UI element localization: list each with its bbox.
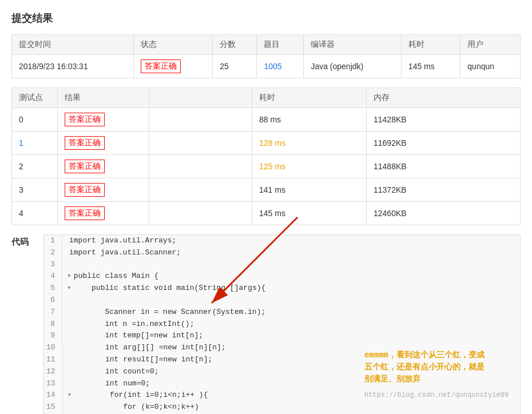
test-empty [149,108,252,132]
test-result: 答案正确 [58,202,149,225]
code-section: 代码 1 import java.util.Arrays;2 import ja… [11,234,521,414]
submission-header-row: 提交时间 状态 分数 题目 编译器 耗时 用户 [12,35,521,55]
code-line: 6 [44,294,520,306]
test-table: 测试点 结果 耗时 内存 0 答案正确 88 ms 11428KB 1 答案正确… [11,87,521,225]
line-number: 1 [44,235,62,247]
code-text: import java.util.Arrays; [69,235,176,247]
test-time: 88 ms [252,108,367,132]
test-col-empty [149,88,252,108]
col-score: 分数 [213,35,257,55]
code-line: 7 Scanner in = new Scanner(System.in); [44,306,520,319]
test-empty [149,155,252,178]
test-table-wrapper: 测试点 结果 耗时 内存 0 答案正确 88 ms 11428KB 1 答案正确… [11,87,521,225]
code-text: for (k=0;k<n;k++) [70,401,199,413]
code-text: int num=0; [70,378,150,390]
code-text: Scanner in = new Scanner(System.in); [69,306,265,319]
line-number: 12 [44,366,63,378]
code-text: for(int i=0;i<n;i++ ){ [74,389,208,401]
test-col-time: 耗时 [252,88,367,108]
submission-status: 答案正确 [133,55,213,78]
line-number: 13 [44,378,63,390]
code-text: public static void main(String []args){ [74,282,265,294]
code-line: 14▾ for(int i=0;i<n;i++ ){ [44,389,520,401]
line-number: 5 [44,282,62,294]
code-line: 5▾ public static void main(String []args… [44,282,520,294]
test-empty [149,132,252,155]
test-result: 答案正确 [58,132,149,155]
col-problem: 题目 [257,35,304,55]
code-text: int result[]=new int[n]; [70,354,213,366]
test-id: 1 [12,132,58,155]
test-col-id: 测试点 [12,88,58,108]
line-number: 10 [44,342,63,354]
submission-user: qunqun [460,55,521,78]
test-memory: 11428KB [367,108,521,132]
test-id-link[interactable]: 1 [19,138,23,148]
test-empty [149,202,252,225]
test-memory: 12460KB [367,202,521,225]
submission-score: 25 [213,55,257,78]
code-line: 9 int temp[]=new int[n]; [44,330,520,342]
line-number: 6 [44,294,62,306]
test-id: 0 [12,108,58,132]
test-col-result: 结果 [58,88,149,108]
test-status-badge: 答案正确 [65,206,105,220]
test-status-badge: 答案正确 [65,113,105,126]
test-memory: 11692KB [367,132,521,155]
test-col-memory: 内存 [367,88,521,108]
test-row: 2 答案正确 125 ms 11488KB [12,155,521,178]
line-number: 2 [44,247,62,259]
line-number: 14 [44,389,63,401]
code-line: 1 import java.util.Arrays; [44,235,520,247]
col-time: 提交时间 [12,35,134,55]
line-number: 3 [44,259,62,271]
test-memory: 11372KB [367,178,521,202]
code-container[interactable]: 1 import java.util.Arrays;2 import java.… [43,234,521,414]
code-line: 15 for (k=0;k<n;k++) [44,401,520,413]
code-text: int temp[]=new int[n]; [69,330,203,342]
code-line: 8 int n =in.nextInt(); [44,319,520,331]
code-line: 11 int result[]=new int[n]; [44,354,520,366]
test-status-badge: 答案正确 [65,136,105,150]
test-id: 4 [12,202,58,225]
submission-problem[interactable]: 1005 [257,55,304,78]
line-number: 11 [44,354,63,366]
line-number: 15 [44,401,63,413]
test-row: 4 答案正确 145 ms 12460KB [12,202,521,225]
expand-icon[interactable]: ▾ [67,282,72,294]
test-id: 3 [12,178,58,202]
line-number: 8 [44,319,62,331]
code-line: 2 import java.util.Scanner; [44,247,520,259]
test-status-badge: 答案正确 [65,183,105,197]
test-row: 1 答案正确 128 ms 11692KB [12,132,521,155]
test-result: 答案正确 [58,178,149,202]
expand-icon[interactable]: ▾ [67,270,72,282]
submission-time: 2018/9/23 16:03:31 [12,55,134,78]
code-line: 13 int num=0; [44,378,520,390]
test-result: 答案正确 [58,108,149,132]
col-user: 用户 [460,35,521,55]
test-row: 3 答案正确 141 ms 11372KB [12,178,521,202]
test-memory: 11488KB [367,155,521,178]
test-time: 125 ms [252,155,367,178]
code-text: int arg[][] =new int[n][n]; [70,342,226,354]
code-text: int count=0; [70,366,159,378]
code-label: 代码 [11,234,34,414]
line-number: 9 [44,330,62,342]
problem-link[interactable]: 1005 [264,62,281,71]
code-text: import java.util.Scanner; [69,247,181,259]
test-result: 答案正确 [58,155,149,178]
submission-compiler: Java (openjdk) [304,55,401,78]
submission-table: 提交时间 状态 分数 题目 编译器 耗时 用户 2018/9/23 16:03:… [11,34,521,78]
code-line: 10 int arg[][] =new int[n][n]; [44,342,520,354]
test-time: 128 ms [252,132,367,155]
test-row: 0 答案正确 88 ms 11428KB [12,108,521,132]
code-line: 12 int count=0; [44,366,520,378]
line-number: 4 [44,270,62,282]
test-time: 141 ms [252,178,367,202]
line-number: 7 [44,306,62,319]
submission-time-used: 145 ms [401,55,460,78]
test-empty [149,178,252,202]
expand-icon[interactable]: ▾ [68,389,72,401]
code-line: 3 [44,259,520,271]
